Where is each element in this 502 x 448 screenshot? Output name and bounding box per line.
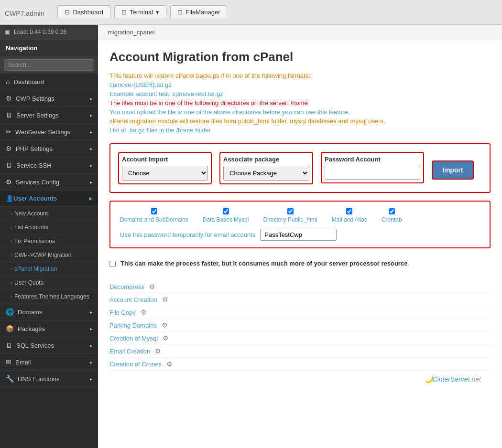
sidebar-sub-fix-permissions[interactable]: Fix Permissions <box>0 235 98 248</box>
sidebar-item-email[interactable]: ✉Email ▸ <box>0 354 98 371</box>
import-button-label: Import <box>442 166 463 174</box>
sidebar-item-dashboard[interactable]: ⌂Dashboard <box>0 74 98 90</box>
gear-icon-creation-mysql: ⚙ <box>163 334 169 342</box>
sidebar-item-domains[interactable]: 🌐Domains ▸ <box>0 304 98 320</box>
server-settings-label: Server Settings <box>16 112 59 119</box>
gear-icon-decompress: ⚙ <box>149 283 155 290</box>
sidebar-item-service-ssh[interactable]: 🖥Service SSH ▸ <box>0 157 98 174</box>
account-import-group: Account Import Choose <box>118 152 212 184</box>
filemanager-icon: ⊡ <box>177 9 183 16</box>
progress-item-decompress: Decompress ⚙ <box>109 280 491 293</box>
associate-package-group: Associate package Choose Package <box>219 152 313 184</box>
features-themes-label: Features,Themes,Languages <box>14 293 89 300</box>
logo-name: CWP7 <box>5 10 24 17</box>
progress-link-creation-crones[interactable]: Creation of Crones <box>109 361 162 368</box>
email-password-input[interactable] <box>260 229 337 241</box>
checkbox-crontab-input[interactable] <box>389 208 395 214</box>
progress-link-account-creation[interactable]: Account Creation <box>109 296 157 303</box>
sidebar-item-webserver-settings[interactable]: ✏WebServer Settings ▸ <box>0 124 98 140</box>
sidebar-sub-new-account[interactable]: New Account <box>0 207 98 221</box>
info-box: This feature will restore cPanel backups… <box>109 72 491 134</box>
associate-package-select[interactable]: Choose Package <box>223 166 309 181</box>
progress-link-decompress[interactable]: Decompress <box>109 283 144 290</box>
sidebar-item-php-settings[interactable]: ⚙PHP Settings ▸ <box>0 140 98 157</box>
sidebar-sub-user-quota[interactable]: User Quota <box>0 276 98 290</box>
gear-icon-parking-domains: ⚙ <box>162 321 168 329</box>
cpanel-migration-label: cPanel Migration <box>14 266 57 272</box>
gear-icon-creation-crones: ⚙ <box>166 360 173 368</box>
services-config-icon: ⚙ <box>6 178 12 186</box>
gear-icon-file-copy: ⚙ <box>141 309 147 316</box>
sidebar-item-sql-services[interactable]: 🖥SQL Services ▸ <box>0 337 98 354</box>
sidebar-item-packages[interactable]: 📦Packages ▸ <box>0 320 98 337</box>
server-load: ▣ Load: 0.44 0.39 0.38 <box>0 25 98 40</box>
terminal-arrow-icon: ▾ <box>156 9 159 16</box>
info-line-7: List of .tar.gz files in the /home folde… <box>109 127 491 134</box>
dashboard-button[interactable]: ⊡ Dashboard <box>57 5 110 19</box>
terminal-icon: ⊡ <box>121 9 127 16</box>
list-accounts-label: List Accounts <box>14 224 48 231</box>
terminal-button[interactable]: ⊡ Terminal ▾ <box>114 5 166 19</box>
sidebar-item-user-accounts[interactable]: 👤User Accounts ▸ <box>0 191 98 207</box>
dashboard-nav-label: Dashboard <box>13 78 44 85</box>
breadcrumb-text: migration_cpanel <box>108 29 155 36</box>
password-account-label: Password Account <box>325 156 420 163</box>
breadcrumb: migration_cpanel <box>98 25 502 40</box>
php-settings-icon: ⚙ <box>6 145 12 152</box>
server-settings-arrow: ▸ <box>90 113 92 118</box>
progress-link-parking-domains[interactable]: Parking Domains <box>109 322 157 329</box>
parallel-label: This can make the process faster, but it… <box>120 260 407 267</box>
load-value: Load: 0.44 0.39 0.38 <box>14 29 66 35</box>
search-container <box>0 56 98 74</box>
domains-icon: 🌐 <box>6 308 14 316</box>
gear-icon-account-creation: ⚙ <box>162 296 168 303</box>
sidebar-item-server-settings[interactable]: 🖥Server Settings ▸ <box>0 107 98 124</box>
import-button[interactable]: Import <box>432 160 474 180</box>
email-password-label: Use this password temporarily for email … <box>120 231 255 238</box>
services-config-label: Services Config <box>16 179 59 186</box>
sidebar-sub-features-themes[interactable]: Features,Themes,Languages <box>0 290 98 304</box>
webserver-settings-label: WebServer Settings <box>15 128 70 136</box>
sql-services-arrow: ▸ <box>90 343 92 348</box>
packages-icon: 📦 <box>6 325 14 332</box>
page-content: Account Migration from cPanel This featu… <box>98 40 502 397</box>
load-icon: ▣ <box>5 29 10 35</box>
associate-package-label: Associate package <box>223 156 309 163</box>
checkbox-mail-input[interactable] <box>346 208 352 214</box>
email-icon: ✉ <box>6 358 11 366</box>
dns-functions-arrow: ▸ <box>90 376 92 382</box>
search-input[interactable] <box>4 59 94 71</box>
info-line-5: You must upload the file to one of the a… <box>109 108 491 116</box>
filemanager-button[interactable]: ⊡ FileManager <box>170 5 227 19</box>
account-import-select[interactable]: Choose <box>122 166 208 181</box>
parallel-checkbox[interactable] <box>109 261 116 267</box>
webserver-settings-arrow: ▸ <box>90 129 92 135</box>
progress-link-file-copy[interactable]: File Copy <box>109 309 136 316</box>
password-account-input[interactable] <box>325 166 420 180</box>
checkbox-databases: Data Bases Mysql <box>203 208 249 223</box>
progress-link-creation-mysql[interactable]: Creation of Mysql <box>109 335 158 342</box>
checkbox-domains-label: Domains and SubDomains <box>120 216 188 223</box>
sidebar-item-cwp-settings[interactable]: ⚙CWP Settings ▸ <box>0 90 98 107</box>
sidebar-item-dns-functions[interactable]: 🔧DNS Functions ▸ <box>0 371 98 387</box>
domains-arrow: ▸ <box>90 309 92 315</box>
progress-link-email-creation[interactable]: Email Creation <box>109 348 150 355</box>
sidebar-sub-list-accounts[interactable]: List Accounts <box>0 221 98 235</box>
checkbox-directory-input[interactable] <box>287 208 294 214</box>
new-account-label: New Account <box>14 210 48 217</box>
nav-title: Navigation <box>0 40 98 56</box>
main-layout: ▣ Load: 0.44 0.39 0.38 Navigation ⌂Dashb… <box>0 25 502 448</box>
checkbox-mail-label: Mail and Alias <box>332 216 367 223</box>
user-accounts-icon: 👤 <box>6 195 13 202</box>
webserver-settings-icon: ✏ <box>6 128 11 136</box>
sidebar-sub-cpanel-migration[interactable]: cPanel Migration <box>0 262 98 276</box>
sidebar-item-services-config[interactable]: ⚙Services Config ▸ <box>0 174 98 191</box>
info-line-2: cpmove-{USER}.tar.gz <box>109 81 491 88</box>
checkbox-databases-input[interactable] <box>223 208 229 214</box>
checkbox-crontab: Crontab <box>382 208 402 223</box>
user-accounts-arrow: ▸ <box>89 195 92 202</box>
import-section: Account Import Choose Associate package … <box>109 143 491 193</box>
dashboard-nav-icon: ⌂ <box>6 78 10 85</box>
sidebar-sub-cwp-cwp-migration[interactable]: CWP->CWP Migration <box>0 248 98 262</box>
checkbox-domains-input[interactable] <box>151 208 157 214</box>
